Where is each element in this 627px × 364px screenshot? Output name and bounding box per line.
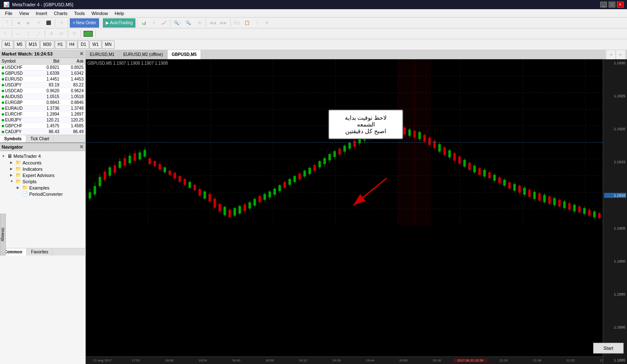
color-btn[interactable]: [84, 31, 93, 37]
chart-tab-eurusd-m1[interactable]: EURUSD,M1: [86, 50, 119, 59]
vline-btn[interactable]: |: [24, 29, 33, 38]
title-bar-left: 📊 MetaTrader 4 - [GBPUSD,M5]: [3, 2, 73, 8]
scroll-tabs-right[interactable]: ▶: [616, 50, 625, 59]
market-row[interactable]: EURJPY 120.21 120.25: [0, 117, 85, 123]
stop-btn[interactable]: ⬛: [44, 18, 53, 28]
menu-tools[interactable]: Tools: [71, 9, 88, 18]
tab-symbols[interactable]: Symbols: [0, 135, 26, 142]
market-row[interactable]: EURAUD 1.3736 1.3748: [0, 106, 85, 111]
svg-rect-216: [578, 207, 581, 212]
symbol-cell: EURAUD: [0, 106, 37, 111]
new-order-btn[interactable]: + New Order: [70, 18, 99, 28]
crosshair-btn[interactable]: ✛: [57, 18, 66, 28]
market-row[interactable]: GBPUSD 1.6339 1.6342: [0, 71, 85, 76]
period-m5[interactable]: M5: [14, 40, 25, 49]
forward-btn[interactable]: ▶: [24, 18, 33, 28]
navigator-close[interactable]: ✕: [79, 144, 84, 150]
chart-tab-eurusd-m2[interactable]: EURUSD,M2 (offline): [119, 50, 168, 59]
fib-btn[interactable]: Ψ: [70, 29, 79, 38]
nav-period-converter[interactable]: ▶ 📄 PeriodConverter: [17, 191, 84, 197]
period-w1[interactable]: W1: [89, 40, 102, 49]
nav-examples[interactable]: ▶ 📁 Examples: [17, 185, 84, 191]
market-row[interactable]: USDCAD 0.9620 0.9624: [0, 88, 85, 94]
maximize-button[interactable]: □: [609, 2, 615, 8]
label-btn[interactable]: 🏷: [57, 29, 66, 38]
autotrading-btn[interactable]: ▶ AutoTrading: [103, 18, 135, 28]
period-d1[interactable]: D1: [78, 40, 89, 49]
arrow-btn[interactable]: ↖: [1, 29, 10, 38]
new-chart-btn[interactable]: 📄: [1, 18, 10, 28]
refresh-btn[interactable]: ↺: [34, 18, 43, 28]
sep8: [230, 19, 231, 27]
svg-rect-190: [513, 184, 516, 191]
nav-expert-advisors[interactable]: ▶ 📁 Expert Advisors: [10, 172, 84, 178]
symbol-cell: CADJPY: [0, 129, 37, 135]
period-m30[interactable]: M30: [40, 40, 54, 49]
new-order-label: New Order: [76, 20, 96, 25]
market-watch-close[interactable]: ✕: [79, 51, 84, 57]
time-2152: 21:52: [554, 359, 587, 362]
zoom-in-btn[interactable]: 🔍+: [172, 18, 183, 28]
menu-file[interactable]: File: [2, 9, 16, 18]
market-row[interactable]: USDCHF 0.8921 0.8925: [0, 65, 85, 71]
zoom-out-btn[interactable]: 🔍-: [184, 18, 194, 28]
minimize-button[interactable]: _: [600, 2, 607, 8]
sep4: [101, 19, 101, 27]
tab-tick-chart[interactable]: Tick Chart: [26, 135, 54, 142]
zoom-fit-btn[interactable]: ⊞: [195, 18, 204, 28]
market-row[interactable]: EURGBP 0.8843 0.8846: [0, 100, 85, 106]
indicator-btn[interactable]: f(x): [232, 18, 242, 28]
menu-insert[interactable]: Insert: [32, 9, 51, 18]
bid-cell: 0.8921: [37, 65, 61, 71]
chart-bar-btn[interactable]: 📊: [139, 18, 148, 28]
menu-window[interactable]: Window: [88, 9, 111, 18]
nav-metatrader4[interactable]: ▼ 🖥 MetaTrader 4: [2, 153, 84, 159]
period-sep-btn[interactable]: |: [252, 18, 262, 28]
sep1: [12, 19, 12, 27]
scroll-tabs-left[interactable]: ◀: [606, 50, 615, 59]
candlestick-chart: [86, 59, 603, 225]
close-button[interactable]: ✕: [617, 2, 624, 8]
scroll-left-btn[interactable]: ◀◀: [208, 18, 218, 28]
menu-bar: File View Insert Charts Tools Window Hel…: [0, 9, 627, 18]
period-m1[interactable]: M1: [2, 40, 13, 49]
chart-candle-btn[interactable]: 🕯: [149, 18, 158, 28]
chart-line-btn[interactable]: 📈: [159, 18, 168, 28]
period-h1[interactable]: H1: [55, 40, 66, 49]
period-h4[interactable]: H4: [66, 40, 78, 49]
hline-btn[interactable]: —: [14, 29, 23, 38]
scroll-right-btn[interactable]: ▶▶: [219, 18, 229, 28]
side-tab[interactable]: Strategy: [0, 214, 6, 255]
chart-tab-gbpusd-m5[interactable]: GBPUSD,M5: [168, 50, 201, 59]
time-1808: 18:08: [153, 359, 186, 362]
template-btn[interactable]: 📋: [242, 18, 252, 28]
text-btn[interactable]: A: [47, 29, 56, 38]
menu-charts[interactable]: Charts: [51, 9, 71, 18]
svg-rect-118: [339, 149, 341, 154]
folder-ea-icon: 📁: [15, 172, 21, 178]
market-row[interactable]: CADJPY 86.43 86.49: [0, 129, 85, 135]
period-m15[interactable]: M15: [26, 40, 40, 49]
market-row[interactable]: EURUSD 1.4451 1.4453: [0, 76, 85, 82]
svg-rect-82: [248, 202, 251, 209]
time-2058-highlight: 2017.08.31 20:58: [454, 359, 487, 362]
svg-rect-176: [478, 168, 481, 175]
menu-view[interactable]: View: [16, 9, 33, 18]
tab-favorites[interactable]: Favorites: [27, 248, 53, 255]
market-row[interactable]: EURCHF 1.2894 1.2897: [0, 111, 85, 117]
start-btn[interactable]: Start: [593, 343, 624, 354]
market-row[interactable]: USDJPY 83.19 83.22: [0, 82, 85, 88]
market-row[interactable]: GBPCHF 1.4575 1.4585: [0, 123, 85, 129]
time-2120: 21:20: [487, 359, 520, 362]
chart-area: EURUSD,M1 EURUSD,M2 (offline) GBPUSD,M5 …: [86, 50, 627, 364]
nav-accounts[interactable]: ▶ 📁 Accounts: [10, 159, 84, 166]
settings-gear-btn[interactable]: ⚙: [263, 18, 272, 28]
trendline-btn[interactable]: ╱: [34, 29, 43, 38]
market-row[interactable]: AUDUSD 1.0515 1.0518: [0, 94, 85, 100]
period-mn[interactable]: MN: [102, 40, 115, 49]
nav-scripts[interactable]: ▼ 📁 Scripts: [10, 178, 84, 185]
nav-indicators[interactable]: ▶ 📁 Indicators: [10, 166, 84, 172]
back-btn[interactable]: ◀: [14, 18, 23, 28]
bid-cell: 1.4575: [37, 123, 61, 129]
menu-help[interactable]: Help: [111, 9, 127, 18]
